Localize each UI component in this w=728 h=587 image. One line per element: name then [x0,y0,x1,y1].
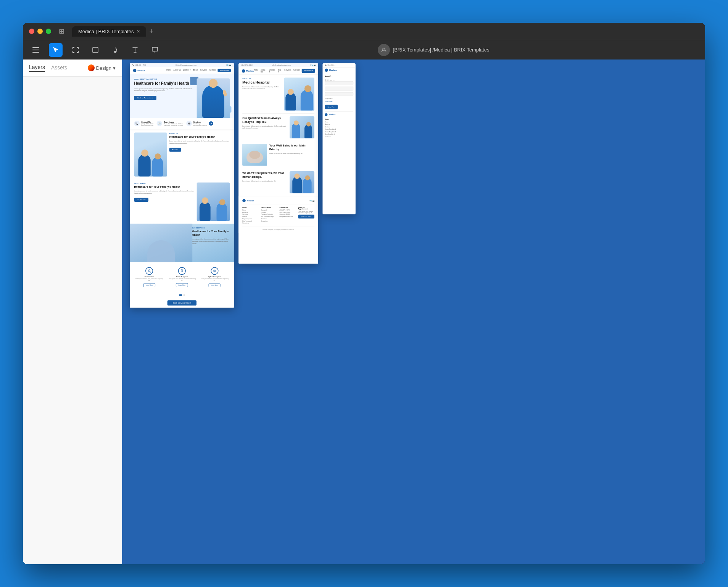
m3-menu-services: Services [325,126,353,127]
text-tool[interactable] [128,43,142,57]
pen-tool[interactable] [108,43,122,57]
m2-footer-grid: Menu Home About us Services Doctors Blog… [242,206,314,225]
m3-logo-icon [325,69,328,72]
m1-specialists-grid: Pediatricians Lorem ipsum dolor sit amet… [134,265,230,289]
m1-phone-bar: 📞 (404) 960 - 7560 ✉ info@hosplusteampla… [130,63,234,67]
sidebar: Layers Assets Design ▾ [23,60,122,564]
menu-button[interactable] [29,43,43,57]
assets-tab[interactable]: Assets [51,64,67,71]
m2-footer-top: Medica f 🐦 📷 [242,199,314,204]
m3-question2: Do you have... [325,98,353,99]
maximize-button[interactable] [46,29,51,34]
m3-logo: Medica [325,69,353,72]
m2-about: ABOUT US Medica Hospital Lorem ipsum dol… [238,75,318,113]
mockup-2: (404) 875 - 1350 info@medica.templace.co… [238,63,318,264]
m2-patients-title: We don't treat patients, we treat human … [242,171,287,179]
m3-menu-logo: Medica [325,113,353,116]
specialist-3: Ophthalmologists Lorem ipsum dolor sit a… [199,265,230,289]
m1-about-section: ABOUT US Healthcare for Your Family's He… [130,129,234,180]
m2-footer-menu-title: Menu [242,206,259,208]
m2-footer-appt-btn: (404) 875 - 4860 [298,215,314,219]
m1-contact-icon: 📞 [134,121,140,126]
m2-team-text: Our Qualified Team is Always Ready to He… [242,116,287,132]
m3-header: Medica [322,68,355,73]
m2-wellbeing-text: Your Well-Being is our Main Priority. Lo… [269,144,314,157]
m2-logo: Medica [242,69,254,72]
m3-menu-about: About us [325,124,353,125]
m2-patients-text: We don't treat patients, we treat human … [242,171,287,184]
tab-close-icon[interactable]: ✕ [137,29,140,34]
m2-team: Our Qualified Team is Always Ready to He… [238,114,318,141]
m1-healthcare-text: HEALTHCARE Healthcare for Your Family's … [134,182,195,221]
m1-about-text: ABOUT US Healthcare for Your Family's He… [169,132,230,176]
layers-tab[interactable]: Layers [29,64,45,72]
m2-footer-utility-title: Utility Pages [261,206,277,208]
m1-contact-info: 📞 Contact Us (404) - 896 - 1560 info@med… [134,121,153,126]
svg-rect-10 [78,51,79,53]
m1-hours-icon: 🕐 [157,121,162,126]
m1-hero-title: Healthcare for Family's Health [134,81,195,86]
m2-about-title: Medica Hospital [242,80,281,84]
m2-footer-logo: Medica [242,199,254,203]
specialist-1-icon [145,267,153,275]
shape-tool[interactable] [89,43,102,57]
specialist-3-icon [211,267,218,275]
minimize-button[interactable] [37,29,43,34]
browser-window: ⊞ Medica | BRIX Templates ✕ + [23,23,705,564]
m1-hero-btn: Book an Appointment [134,96,156,100]
m2-footer-contact-title: Contact Us [279,206,296,208]
m3-form-group3 [325,92,353,96]
cursor-tool[interactable] [49,43,63,57]
m1-services-icon: ➕ [186,121,192,126]
m2-patients: We don't treat patients, we treat human … [238,169,318,196]
m1-services-sub: Emergency Services [193,124,207,126]
specialist-2-title: Plastic Surgeons [168,276,196,277]
m2-social: f 🐦 📷 [310,64,315,66]
specialist-2-desc: Lorem ipsum dolor sit amet, consectetur … [168,278,196,282]
m2-nav-btn: Appointment [302,69,315,73]
m2-logo-icon [242,69,245,72]
m1-about-title: Healthcare for Your Family's Health [169,135,230,138]
m2-footer-social: f 🐦 📷 [309,199,314,201]
design-icon [88,64,95,71]
m1-section2-desc: Lorem ipsum dolor sit amet, consectetur … [134,190,195,195]
dot-2 [183,294,185,296]
m1-cta-btn: Book an Appointment [167,300,196,306]
tab-title: Medica | BRIX Templates [78,29,134,34]
svg-point-16 [213,270,216,272]
m3-input1 [325,81,353,85]
m1-patient-text: OUR SERVICES Healthcare for Your Family'… [192,227,230,247]
frame-tool[interactable] [69,43,82,57]
m2-footer: Medica f 🐦 📷 Menu Home About us Services [238,196,318,233]
m1-about-desc: Lorem ipsum dolor sit amet, consectetur … [169,140,230,145]
close-button[interactable] [29,29,34,34]
active-tab[interactable]: Medica | BRIX Templates ✕ [72,26,146,37]
specialist-3-desc: Lorem ipsum dolor sit amet, consectetur … [200,278,229,282]
m2-footer-appt-title: Book an Appointment [298,206,314,210]
m1-section2-img [197,182,230,221]
comment-tool[interactable] [148,43,162,57]
figma-icon: ⊞ [59,27,64,35]
sidebar-content [23,77,122,564]
new-tab-button[interactable]: + [149,27,153,35]
dot-1 [179,294,182,296]
specialist-2-btn: Learn More [176,283,188,287]
m1-section3-badge: OUR SERVICES [192,227,230,228]
m1-section3-desc: Lorem ipsum dolor sit amet, consectetur … [192,238,230,244]
sidebar-tab-bar: Layers Assets Design ▾ [23,60,122,77]
design-tab[interactable]: Design ▾ [88,64,116,71]
m3-input2 [325,87,353,90]
m3-menu: Medica Menu Home About us Services Docto… [322,112,355,140]
m1-specialists: Pediatricians Lorem ipsum dolor sit amet… [130,262,234,292]
m1-hours-days: Mon - Fri: 8:00am to 9:00pm [164,123,183,124]
m3-how-title: How C... [325,76,353,77]
m1-hero: HOSPITAL CENTER Healthcare for Family's … [130,74,234,118]
svg-rect-4 [72,47,73,49]
m1-hours-info: 🕐 Open Hours Mon - Fri: 8:00am to 9:00pm… [157,121,183,126]
m1-pagination [130,292,234,298]
m2-footer-menu: Menu Home About us Services Doctors Blog… [242,206,259,225]
m1-hero-text: HOSPITAL CENTER Healthcare for Family's … [134,79,195,118]
specialist-3-btn: Learn More [209,283,221,287]
canvas[interactable]: 📞 (404) 960 - 7560 ✉ info@hosplusteampla… [122,60,705,564]
m1-hero-img [197,79,230,118]
